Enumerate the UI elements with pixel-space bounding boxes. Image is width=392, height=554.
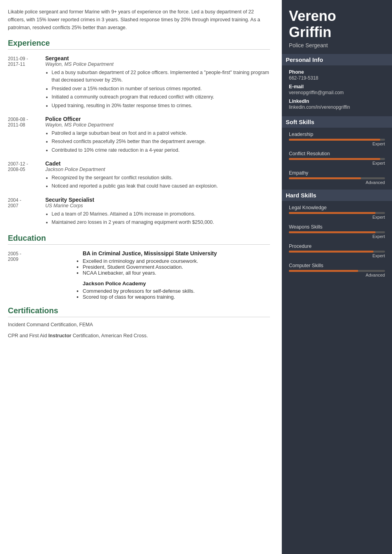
experience-item-2: 2008-08 -2011-08 Police Officer Waylon, …: [8, 116, 270, 155]
skill-name: Empathy: [289, 170, 385, 176]
edu-sub-title: Jackson Police Academy: [83, 281, 217, 286]
exp-content-4: Security Specialist US Marine Corps Led …: [45, 197, 270, 227]
bullet: Led a busy suburban department of 22 pol…: [52, 69, 270, 84]
cert-item-1: Incident Command Certification, FEMA: [8, 321, 270, 329]
personal-info-heading: Personal Info: [282, 54, 392, 65]
exp-content-2: Police Officer Waylon, MS Police Departm…: [45, 116, 270, 155]
skill-bar-fill: [289, 139, 380, 141]
skill-level: Expert: [289, 234, 385, 239]
skill-bar-bg: [289, 139, 385, 141]
bullet: Patrolled a large suburban beat on foot …: [52, 130, 270, 137]
hard-skill-computer-skills: Computer Skills Advanced: [289, 263, 385, 277]
phone-label: Phone: [289, 69, 385, 75]
skill-name: Leadership: [289, 132, 385, 137]
skill-bar-bg: [289, 270, 385, 272]
edu-degree-1: BA in Criminal Justice, Mississippi Stat…: [83, 250, 217, 257]
name-block: Vereno Griffin Police Sergeant: [289, 8, 385, 48]
skill-level: Expert: [289, 215, 385, 219]
experience-title: Experience: [8, 39, 270, 50]
skill-name: Conflict Resolution: [289, 151, 385, 156]
skill-name: Weapons Skills: [289, 224, 385, 230]
experience-item-1: 2011-09 -2017-11 Sergeant Waylon, MS Pol…: [8, 55, 270, 110]
skill-bar-bg: [289, 212, 385, 214]
skill-bar-fill: [289, 251, 374, 253]
company-2: Waylon, MS Police Department: [45, 122, 270, 128]
job-title-2: Police Officer: [45, 116, 270, 122]
exp-date-1: 2011-09 -2017-11: [8, 55, 45, 110]
certifications-title: Certifications: [8, 306, 270, 317]
exp-content-3: Cadet Jackson Police Department Recogniz…: [45, 160, 270, 191]
skill-bar-fill: [289, 231, 375, 233]
experience-section: Experience 2011-09 -2017-11 Sergeant Way…: [8, 39, 270, 227]
skill-bar-fill: [289, 212, 375, 214]
certifications-section: Certifications Incident Command Certific…: [8, 306, 270, 340]
hard-skills-heading: Hard Skills: [282, 190, 392, 201]
soft-skill-leadership: Leadership Expert: [289, 132, 385, 146]
education-section: Education 2005 -2009 BA in Criminal Just…: [8, 234, 270, 300]
hard-skill-legal-knowledge: Legal Knowledge Expert: [289, 205, 385, 219]
skill-level: Expert: [289, 161, 385, 165]
email-value: verenopgriffin@gmail.com: [289, 90, 385, 95]
job-title-1: Sergeant: [45, 55, 270, 61]
last-name: Griffin: [289, 24, 331, 40]
exp-date-3: 2007-12 -2008-05: [8, 160, 45, 191]
exp-date-2: 2008-08 -2011-08: [8, 116, 45, 155]
cert-item-2: CPR and First Aid Instructor Certificati…: [8, 332, 270, 340]
job-role: Police Sergeant: [289, 42, 385, 48]
job-title-4: Security Specialist: [45, 197, 270, 203]
phone-block: Phone 662-719-5318: [289, 69, 385, 81]
linkedin-block: LinkedIn linkedin.com/in/verenopgriffin: [289, 99, 385, 110]
skill-bar-bg: [289, 231, 385, 233]
bullet: Recognized by the sergeant for conflict …: [52, 174, 270, 182]
company-3: Jackson Police Department: [45, 167, 270, 172]
bullet: Initiated a community outreach program t…: [52, 93, 270, 101]
right-column: Vereno Griffin Police Sergeant Personal …: [282, 0, 392, 554]
summary-text: Likable police sergeant and former Marin…: [8, 8, 270, 32]
bullet: Noticed and reported a public gas leak t…: [52, 182, 270, 190]
bullet: NCAA Linebacker, all four years.: [83, 270, 217, 276]
first-name: Vereno: [289, 8, 336, 24]
skill-bar-bg: [289, 158, 385, 160]
hard-skill-weapons-skills: Weapons Skills Expert: [289, 224, 385, 239]
bullet: Resolved conflicts peacefully 25% better…: [52, 138, 270, 145]
bullet: Contributed to 10% crime rate reduction …: [52, 147, 270, 154]
email-label: E-mail: [289, 84, 385, 89]
bullet: Excelled in criminology and procedure co…: [83, 258, 217, 264]
candidate-name: Vereno Griffin: [289, 8, 385, 41]
bullet: Led a team of 20 Marines. Attained a 10%…: [52, 210, 270, 218]
skill-bar-bg: [289, 177, 385, 179]
soft-skill-empathy: Empathy Advanced: [289, 170, 385, 185]
skill-level: Advanced: [289, 180, 385, 185]
left-column: Likable police sergeant and former Marin…: [0, 0, 282, 554]
experience-item-3: 2007-12 -2008-05 Cadet Jackson Police De…: [8, 160, 270, 191]
skill-bar-fill: [289, 270, 358, 272]
bullet: Upped training, resulting in 20% faster …: [52, 102, 270, 110]
experience-item-4: 2004 -2007 Security Specialist US Marine…: [8, 197, 270, 227]
education-title: Education: [8, 234, 270, 245]
skill-name: Legal Knowledge: [289, 205, 385, 210]
company-4: US Marine Corps: [45, 203, 270, 208]
phone-value: 662-719-5318: [289, 75, 385, 81]
skill-name: Procedure: [289, 244, 385, 249]
linkedin-label: LinkedIn: [289, 99, 385, 104]
exp-content-1: Sergeant Waylon, MS Police Department Le…: [45, 55, 270, 110]
soft-skills-heading: Soft Skills: [282, 116, 392, 128]
skill-bar-bg: [289, 251, 385, 253]
skill-bar-fill: [289, 158, 380, 160]
skill-level: Expert: [289, 141, 385, 146]
exp-date-4: 2004 -2007: [8, 197, 45, 227]
edu-date-1: 2005 -2009: [8, 250, 45, 300]
hard-skill-procedure: Procedure Expert: [289, 244, 385, 258]
edu-content-1: BA in Criminal Justice, Mississippi Stat…: [83, 250, 217, 300]
linkedin-value: linkedin.com/in/verenopgriffin: [289, 104, 385, 110]
skill-bar-fill: [289, 177, 361, 179]
bullet: President, Student Government Associatio…: [83, 264, 217, 270]
bullet: Commended by professors for self-defense…: [83, 288, 217, 294]
skill-level: Expert: [289, 253, 385, 258]
job-title-3: Cadet: [45, 160, 270, 167]
bullet: Scored top of class for weapons training…: [83, 294, 217, 300]
soft-skill-conflict-resolution: Conflict Resolution Expert: [289, 151, 385, 165]
skill-level: Advanced: [289, 273, 385, 277]
company-1: Waylon, MS Police Department: [45, 61, 270, 67]
bullet: Presided over a 15% reduction in number …: [52, 85, 270, 93]
